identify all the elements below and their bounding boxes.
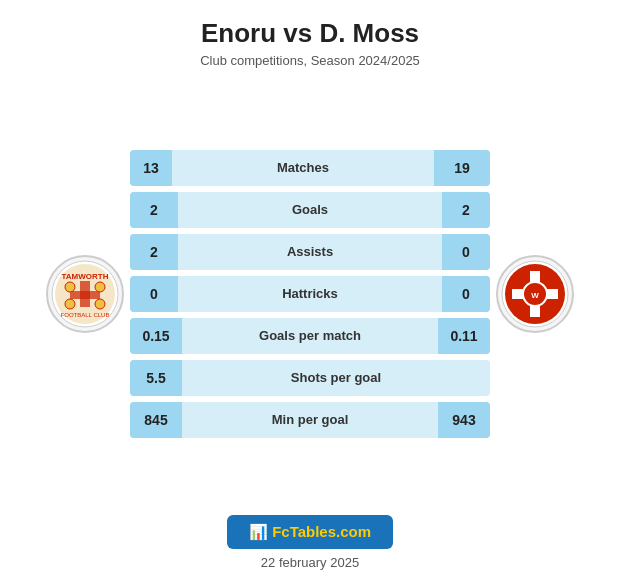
svg-point-6 [95, 282, 105, 292]
stat-left-min-per-goal: 845 [130, 402, 182, 438]
stat-label-matches: Matches [172, 150, 434, 186]
woking-svg: W [500, 259, 570, 329]
header: Enoru vs D. Moss Club competitions, Seas… [200, 0, 420, 74]
svg-text:FOOTBALL CLUB: FOOTBALL CLUB [61, 312, 110, 318]
stat-label-shots-per-goal: Shots per goal [182, 360, 490, 396]
stat-left-shots-per-goal: 5.5 [130, 360, 182, 396]
tamworth-svg: TAMWORTH FOOTBALL CLUB [50, 259, 120, 329]
stat-row-matches: 13 Matches 19 [130, 150, 490, 186]
fctables-text: FcTables.com [272, 523, 371, 540]
stat-left-assists: 2 [130, 234, 178, 270]
main-content: TAMWORTH FOOTBALL CLUB 13 Matches 19 [0, 84, 620, 503]
svg-text:W: W [531, 291, 539, 300]
svg-point-5 [65, 282, 75, 292]
match-title: Enoru vs D. Moss [200, 18, 420, 49]
stat-left-hattricks: 0 [130, 276, 178, 312]
left-club-logo: TAMWORTH FOOTBALL CLUB [40, 255, 130, 333]
stat-left-goals-per-match: 0.15 [130, 318, 182, 354]
svg-point-7 [65, 299, 75, 309]
match-subtitle: Club competitions, Season 2024/2025 [200, 53, 420, 68]
stats-section: 13 Matches 19 2 Goals 2 2 Assists 0 [130, 150, 490, 438]
svg-rect-4 [70, 291, 100, 299]
stat-left-matches: 13 [130, 150, 172, 186]
stat-row-min-per-goal: 845 Min per goal 943 [130, 402, 490, 438]
footer-logo-section: 📊 FcTables.com [227, 515, 393, 549]
stat-left-goals: 2 [130, 192, 178, 228]
stat-row-goals: 2 Goals 2 [130, 192, 490, 228]
stat-right-hattricks: 0 [442, 276, 490, 312]
stat-row-shots-per-goal: 5.5 Shots per goal [130, 360, 490, 396]
stat-right-min-per-goal: 943 [438, 402, 490, 438]
stat-right-matches: 19 [434, 150, 490, 186]
fctables-badge: 📊 FcTables.com [227, 515, 393, 549]
stat-right-assists: 0 [442, 234, 490, 270]
stat-label-hattricks: Hattricks [178, 276, 442, 312]
tamworth-logo-circle: TAMWORTH FOOTBALL CLUB [46, 255, 124, 333]
stat-right-goals-per-match: 0.11 [438, 318, 490, 354]
footer-date: 22 february 2025 [261, 555, 359, 570]
stat-row-assists: 2 Assists 0 [130, 234, 490, 270]
stat-label-goals: Goals [178, 192, 442, 228]
stat-label-min-per-goal: Min per goal [182, 402, 438, 438]
stat-row-hattricks: 0 Hattricks 0 [130, 276, 490, 312]
svg-point-8 [95, 299, 105, 309]
chart-icon: 📊 [249, 523, 272, 540]
stat-right-goals: 2 [442, 192, 490, 228]
right-club-logo: W [490, 255, 580, 333]
stat-label-goals-per-match: Goals per match [182, 318, 438, 354]
stat-row-goals-per-match: 0.15 Goals per match 0.11 [130, 318, 490, 354]
stat-label-assists: Assists [178, 234, 442, 270]
woking-logo-circle: W [496, 255, 574, 333]
svg-text:TAMWORTH: TAMWORTH [62, 272, 109, 281]
